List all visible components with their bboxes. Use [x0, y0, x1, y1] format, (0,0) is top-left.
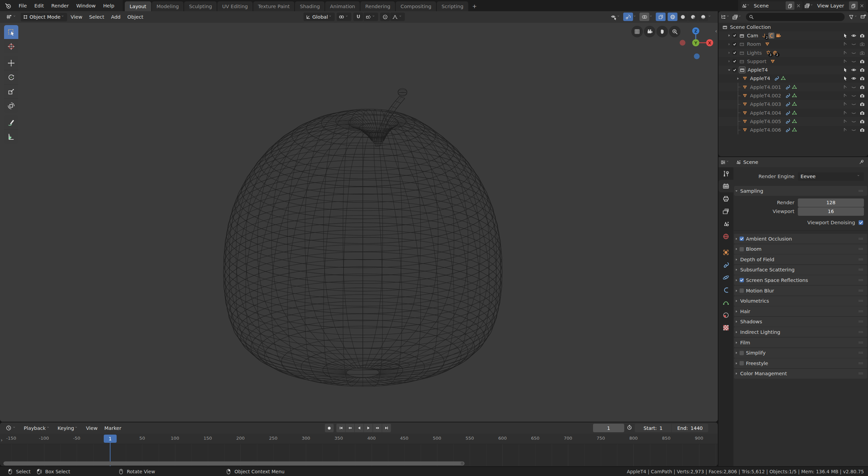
check-blue-icon[interactable] — [739, 277, 745, 283]
vp-menu-object[interactable]: Object — [124, 14, 147, 20]
editor-3d-viewport-icon[interactable] — [5, 14, 12, 20]
editor-type-button[interactable] — [2, 14, 21, 20]
snap-toggle[interactable] — [353, 13, 363, 21]
hide-render-toggle[interactable] — [859, 127, 865, 133]
tab-layout[interactable]: Layout — [125, 1, 151, 11]
panel-shadows[interactable]: Shadows — [734, 317, 867, 327]
properties-tab-physics[interactable] — [718, 271, 733, 284]
outliner-row[interactable]: Lights32 — [718, 49, 868, 57]
tab-animation[interactable]: Animation — [325, 1, 360, 11]
tool-scale[interactable] — [4, 84, 18, 98]
display-mode-button[interactable] — [732, 14, 743, 20]
new-scene-button[interactable] — [786, 1, 794, 10]
stopwatch-icon[interactable] — [626, 424, 633, 431]
shading-material-toggle[interactable] — [688, 13, 698, 21]
remove-view-layer-button[interactable] — [858, 1, 866, 10]
tool-annotate[interactable] — [4, 115, 18, 129]
hide-viewport-toggle[interactable] — [851, 33, 857, 39]
panel-indirect-lighting[interactable]: Indirect Lighting — [734, 327, 867, 337]
scene-selector[interactable]: Scene — [741, 1, 803, 10]
disclosure-closed-dim-icon[interactable] — [727, 59, 732, 64]
hide-render-toggle[interactable] — [859, 93, 865, 99]
hide-render-toggle[interactable] — [859, 118, 865, 125]
selectable-toggle[interactable] — [842, 84, 848, 90]
autokey-stopwatch-button[interactable] — [626, 424, 633, 432]
render-engine-dropdown[interactable]: Eevee — [798, 172, 864, 181]
properties-tab-output[interactable] — [718, 192, 733, 205]
outliner-row[interactable]: Support — [718, 57, 868, 65]
properties-tab-object-data[interactable] — [718, 296, 733, 309]
properties-tab-material[interactable] — [718, 309, 733, 321]
record-button[interactable] — [325, 424, 334, 432]
next-key-button[interactable] — [373, 424, 382, 432]
properties-tab-object[interactable] — [718, 246, 733, 259]
filter-icon[interactable] — [848, 14, 854, 20]
tool-cursor[interactable] — [4, 39, 18, 53]
editor-type-button[interactable] — [720, 14, 731, 20]
orientation-dropdown[interactable]: Global — [303, 13, 335, 21]
new-view-layer-button[interactable] — [849, 1, 858, 10]
outliner-row[interactable]: Room — [718, 40, 868, 49]
expand-arrow[interactable]: › — [1, 437, 3, 443]
sidebar-toggle[interactable]: ‹ — [715, 28, 717, 34]
properties-tab-texture[interactable] — [718, 321, 733, 334]
outliner-row[interactable]: AppleT4.005 — [718, 117, 868, 126]
end-frame-field[interactable]: End:1440 — [672, 424, 708, 432]
panel-color-management[interactable]: Color Management — [734, 369, 867, 379]
panel-motion-blur[interactable]: Motion Blur — [734, 286, 867, 296]
shading-rendered-toggle[interactable] — [698, 13, 708, 21]
xray-toggle[interactable] — [656, 13, 666, 21]
timeline-scrollbar[interactable] — [3, 461, 465, 465]
panel-film[interactable]: Film — [734, 338, 867, 347]
hide-viewport-toggle[interactable] — [851, 58, 857, 64]
properties-tab-view-layer[interactable] — [718, 205, 733, 217]
check-empty-icon[interactable] — [739, 360, 745, 366]
menu-edit[interactable]: Edit — [31, 0, 47, 11]
jump-start-button[interactable] — [336, 424, 345, 432]
blender-logo-icon[interactable] — [5, 2, 12, 9]
hide-viewport-toggle[interactable] — [851, 110, 857, 116]
visibility-eye-icon[interactable] — [610, 14, 617, 20]
selectable-toggle[interactable] — [842, 50, 848, 56]
check-blue-icon[interactable] — [858, 220, 864, 226]
disclosure-closed-dim-icon[interactable] — [727, 50, 732, 55]
view-layer-icon[interactable] — [732, 14, 738, 20]
check-empty-icon[interactable] — [739, 288, 745, 293]
properties-tab-scene[interactable] — [718, 217, 733, 230]
overlays-toggle[interactable] — [639, 13, 649, 21]
view-layer-icon[interactable] — [804, 3, 810, 9]
properties-tab-world[interactable] — [718, 230, 733, 243]
outliner-row[interactable]: AppleT4.004 — [718, 109, 868, 117]
tab-modeling[interactable]: Modeling — [152, 1, 184, 11]
proportional-toggle[interactable] — [380, 13, 390, 21]
panel-depth-of-field[interactable]: Depth of Field — [734, 254, 867, 264]
wireframe-apple[interactable] — [0, 23, 718, 422]
tab-uv-editing[interactable]: UV Editing — [217, 1, 253, 11]
checkbox-dark-icon[interactable] — [732, 33, 737, 38]
editor-type-button[interactable] — [2, 425, 20, 431]
disclosure-closed-icon[interactable] — [735, 76, 741, 81]
outliner-row[interactable]: AppleT4.001 — [718, 83, 868, 91]
menu-render[interactable]: Render — [47, 0, 73, 11]
current-frame-badge[interactable]: 1 — [104, 435, 117, 443]
nav-camera-button[interactable] — [644, 26, 655, 37]
panel-screen-space-reflections[interactable]: Screen Space Reflections — [734, 275, 867, 285]
tab-shading[interactable]: Shading — [295, 1, 324, 11]
hide-viewport-toggle[interactable] — [851, 67, 857, 73]
check-blue-icon[interactable] — [739, 236, 745, 242]
start-frame-field[interactable]: Start:1 — [635, 424, 671, 432]
outliner-row[interactable]: AppleT4.003 — [718, 100, 868, 109]
sampling-panel-header[interactable]: Sampling — [734, 186, 867, 196]
axis-gizmo[interactable]: Z Y X — [676, 23, 717, 64]
pivot-dropdown[interactable] — [337, 13, 351, 21]
panel-ambient-occlusion[interactable]: Ambient Occlusion — [734, 234, 867, 244]
editor-type-button[interactable] — [720, 159, 730, 166]
snap-target-dropdown[interactable] — [363, 13, 378, 21]
prev-key-button[interactable] — [346, 424, 354, 432]
hide-viewport-toggle[interactable] — [851, 93, 857, 99]
outliner-search[interactable] — [746, 13, 845, 21]
selectable-toggle[interactable] — [842, 67, 848, 73]
view-layer-selector[interactable]: View Layer — [804, 1, 866, 10]
tl-menu-keying[interactable]: Keying — [54, 425, 83, 431]
outliner-row[interactable]: AppleT4 — [718, 66, 868, 74]
